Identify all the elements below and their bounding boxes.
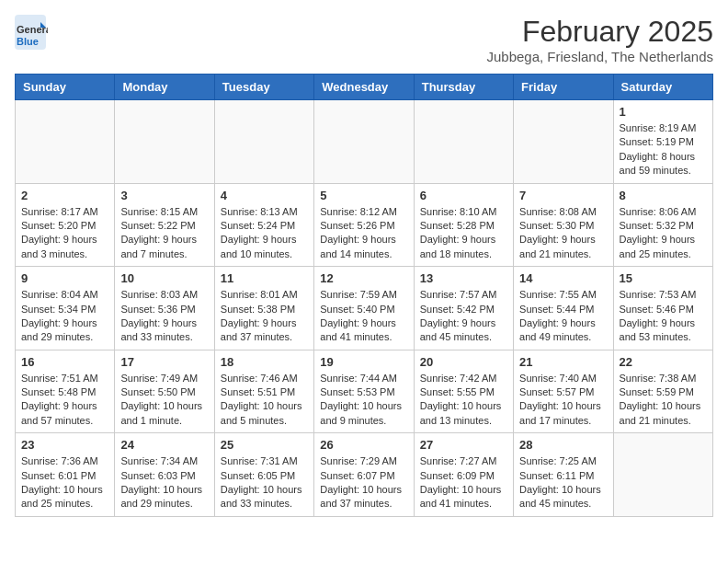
weekday-header-friday: Friday bbox=[514, 75, 613, 100]
calendar-cell: 23Sunrise: 7:36 AM Sunset: 6:01 PM Dayli… bbox=[16, 433, 115, 517]
day-number: 27 bbox=[420, 438, 507, 452]
day-number: 15 bbox=[620, 271, 707, 285]
weekday-header-monday: Monday bbox=[115, 75, 214, 100]
calendar-cell: 15Sunrise: 7:53 AM Sunset: 5:46 PM Dayli… bbox=[613, 267, 712, 350]
week-row-2: 2Sunrise: 8:17 AM Sunset: 5:20 PM Daylig… bbox=[16, 183, 713, 267]
calendar-cell: 25Sunrise: 7:31 AM Sunset: 6:05 PM Dayli… bbox=[214, 433, 313, 517]
calendar-cell bbox=[314, 100, 414, 184]
day-number: 13 bbox=[420, 271, 507, 285]
day-number: 25 bbox=[221, 438, 308, 452]
week-row-4: 16Sunrise: 7:51 AM Sunset: 5:48 PM Dayli… bbox=[16, 350, 713, 433]
subtitle: Jubbega, Friesland, The Netherlands bbox=[486, 49, 713, 64]
day-info: Sunrise: 7:46 AM Sunset: 5:51 PM Dayligh… bbox=[221, 372, 308, 429]
day-number: 26 bbox=[320, 438, 407, 452]
day-number: 6 bbox=[420, 189, 507, 202]
day-number: 1 bbox=[620, 105, 707, 119]
day-info: Sunrise: 7:31 AM Sunset: 6:05 PM Dayligh… bbox=[221, 454, 308, 511]
calendar-cell: 1Sunrise: 8:19 AM Sunset: 5:19 PM Daylig… bbox=[613, 100, 712, 184]
calendar-cell: 10Sunrise: 8:03 AM Sunset: 5:36 PM Dayli… bbox=[115, 267, 214, 350]
week-row-1: 1Sunrise: 8:19 AM Sunset: 5:19 PM Daylig… bbox=[16, 100, 713, 184]
calendar-cell: 5Sunrise: 8:12 AM Sunset: 5:26 PM Daylig… bbox=[314, 183, 414, 267]
day-info: Sunrise: 7:38 AM Sunset: 5:59 PM Dayligh… bbox=[620, 372, 707, 429]
calendar-table: SundayMondayTuesdayWednesdayThursdayFrid… bbox=[15, 74, 713, 517]
calendar-cell bbox=[514, 100, 613, 184]
calendar-cell bbox=[214, 100, 313, 184]
day-number: 3 bbox=[120, 189, 208, 202]
day-number: 4 bbox=[221, 189, 308, 202]
calendar-cell: 17Sunrise: 7:49 AM Sunset: 5:50 PM Dayli… bbox=[115, 350, 214, 433]
day-number: 22 bbox=[620, 355, 707, 369]
day-info: Sunrise: 7:49 AM Sunset: 5:50 PM Dayligh… bbox=[120, 372, 208, 429]
day-info: Sunrise: 7:57 AM Sunset: 5:42 PM Dayligh… bbox=[420, 288, 507, 345]
calendar-cell: 8Sunrise: 8:06 AM Sunset: 5:32 PM Daylig… bbox=[613, 183, 712, 267]
weekday-header-row: SundayMondayTuesdayWednesdayThursdayFrid… bbox=[16, 75, 713, 100]
day-info: Sunrise: 7:53 AM Sunset: 5:46 PM Dayligh… bbox=[620, 288, 707, 345]
day-number: 28 bbox=[519, 438, 607, 452]
page-header: General Blue February 2025 Jubbega, Frie… bbox=[15, 15, 713, 64]
day-number: 11 bbox=[221, 271, 308, 285]
calendar-cell bbox=[16, 100, 115, 184]
calendar-cell: 4Sunrise: 8:13 AM Sunset: 5:24 PM Daylig… bbox=[214, 183, 313, 267]
day-info: Sunrise: 7:42 AM Sunset: 5:55 PM Dayligh… bbox=[420, 372, 507, 429]
weekday-header-wednesday: Wednesday bbox=[314, 75, 414, 100]
calendar-cell: 16Sunrise: 7:51 AM Sunset: 5:48 PM Dayli… bbox=[16, 350, 115, 433]
day-info: Sunrise: 8:15 AM Sunset: 5:22 PM Dayligh… bbox=[120, 205, 208, 262]
day-info: Sunrise: 8:03 AM Sunset: 5:36 PM Dayligh… bbox=[120, 288, 208, 345]
calendar-cell: 27Sunrise: 7:27 AM Sunset: 6:09 PM Dayli… bbox=[414, 433, 513, 517]
day-info: Sunrise: 8:06 AM Sunset: 5:32 PM Dayligh… bbox=[620, 205, 707, 262]
day-info: Sunrise: 8:08 AM Sunset: 5:30 PM Dayligh… bbox=[519, 205, 607, 262]
calendar-cell: 7Sunrise: 8:08 AM Sunset: 5:30 PM Daylig… bbox=[514, 183, 613, 267]
week-row-3: 9Sunrise: 8:04 AM Sunset: 5:34 PM Daylig… bbox=[16, 267, 713, 350]
calendar-cell bbox=[414, 100, 513, 184]
day-number: 18 bbox=[221, 355, 308, 369]
day-info: Sunrise: 8:13 AM Sunset: 5:24 PM Dayligh… bbox=[221, 205, 308, 262]
day-number: 12 bbox=[320, 271, 407, 285]
calendar-cell: 28Sunrise: 7:25 AM Sunset: 6:11 PM Dayli… bbox=[514, 433, 613, 517]
calendar-cell bbox=[115, 100, 214, 184]
day-number: 8 bbox=[620, 189, 707, 202]
calendar-cell bbox=[613, 433, 712, 517]
weekday-header-sunday: Sunday bbox=[16, 75, 115, 100]
svg-text:Blue: Blue bbox=[17, 36, 39, 47]
month-title: February 2025 bbox=[486, 15, 713, 49]
calendar-cell: 12Sunrise: 7:59 AM Sunset: 5:40 PM Dayli… bbox=[314, 267, 414, 350]
calendar-cell: 14Sunrise: 7:55 AM Sunset: 5:44 PM Dayli… bbox=[514, 267, 613, 350]
calendar-cell: 3Sunrise: 8:15 AM Sunset: 5:22 PM Daylig… bbox=[115, 183, 214, 267]
logo-icon: General Blue bbox=[15, 15, 48, 52]
calendar-cell: 6Sunrise: 8:10 AM Sunset: 5:28 PM Daylig… bbox=[414, 183, 513, 267]
calendar-cell: 22Sunrise: 7:38 AM Sunset: 5:59 PM Dayli… bbox=[613, 350, 712, 433]
logo: General Blue bbox=[15, 15, 48, 55]
day-info: Sunrise: 7:27 AM Sunset: 6:09 PM Dayligh… bbox=[420, 454, 507, 511]
day-info: Sunrise: 7:34 AM Sunset: 6:03 PM Dayligh… bbox=[120, 454, 208, 511]
calendar-cell: 2Sunrise: 8:17 AM Sunset: 5:20 PM Daylig… bbox=[16, 183, 115, 267]
weekday-header-thursday: Thursday bbox=[414, 75, 513, 100]
day-info: Sunrise: 7:40 AM Sunset: 5:57 PM Dayligh… bbox=[519, 372, 607, 429]
day-info: Sunrise: 8:17 AM Sunset: 5:20 PM Dayligh… bbox=[21, 205, 108, 262]
day-number: 24 bbox=[120, 438, 208, 452]
calendar-cell: 11Sunrise: 8:01 AM Sunset: 5:38 PM Dayli… bbox=[214, 267, 313, 350]
week-row-5: 23Sunrise: 7:36 AM Sunset: 6:01 PM Dayli… bbox=[16, 433, 713, 517]
day-info: Sunrise: 7:25 AM Sunset: 6:11 PM Dayligh… bbox=[519, 454, 607, 511]
day-info: Sunrise: 8:10 AM Sunset: 5:28 PM Dayligh… bbox=[420, 205, 507, 262]
calendar-cell: 18Sunrise: 7:46 AM Sunset: 5:51 PM Dayli… bbox=[214, 350, 313, 433]
calendar-cell: 19Sunrise: 7:44 AM Sunset: 5:53 PM Dayli… bbox=[314, 350, 414, 433]
day-number: 21 bbox=[519, 355, 607, 369]
day-info: Sunrise: 7:44 AM Sunset: 5:53 PM Dayligh… bbox=[320, 372, 407, 429]
day-number: 19 bbox=[320, 355, 407, 369]
day-number: 9 bbox=[21, 271, 108, 285]
day-number: 5 bbox=[320, 189, 407, 202]
calendar-cell: 21Sunrise: 7:40 AM Sunset: 5:57 PM Dayli… bbox=[514, 350, 613, 433]
day-info: Sunrise: 7:29 AM Sunset: 6:07 PM Dayligh… bbox=[320, 454, 407, 511]
day-number: 17 bbox=[120, 355, 208, 369]
day-info: Sunrise: 7:51 AM Sunset: 5:48 PM Dayligh… bbox=[21, 372, 108, 429]
day-info: Sunrise: 7:59 AM Sunset: 5:40 PM Dayligh… bbox=[320, 288, 407, 345]
day-info: Sunrise: 8:01 AM Sunset: 5:38 PM Dayligh… bbox=[221, 288, 308, 345]
day-number: 14 bbox=[519, 271, 607, 285]
day-number: 20 bbox=[420, 355, 507, 369]
calendar-cell: 26Sunrise: 7:29 AM Sunset: 6:07 PM Dayli… bbox=[314, 433, 414, 517]
day-info: Sunrise: 7:36 AM Sunset: 6:01 PM Dayligh… bbox=[21, 454, 108, 511]
day-info: Sunrise: 8:12 AM Sunset: 5:26 PM Dayligh… bbox=[320, 205, 407, 262]
calendar-cell: 20Sunrise: 7:42 AM Sunset: 5:55 PM Dayli… bbox=[414, 350, 513, 433]
day-info: Sunrise: 8:04 AM Sunset: 5:34 PM Dayligh… bbox=[21, 288, 108, 345]
calendar-cell: 24Sunrise: 7:34 AM Sunset: 6:03 PM Dayli… bbox=[115, 433, 214, 517]
